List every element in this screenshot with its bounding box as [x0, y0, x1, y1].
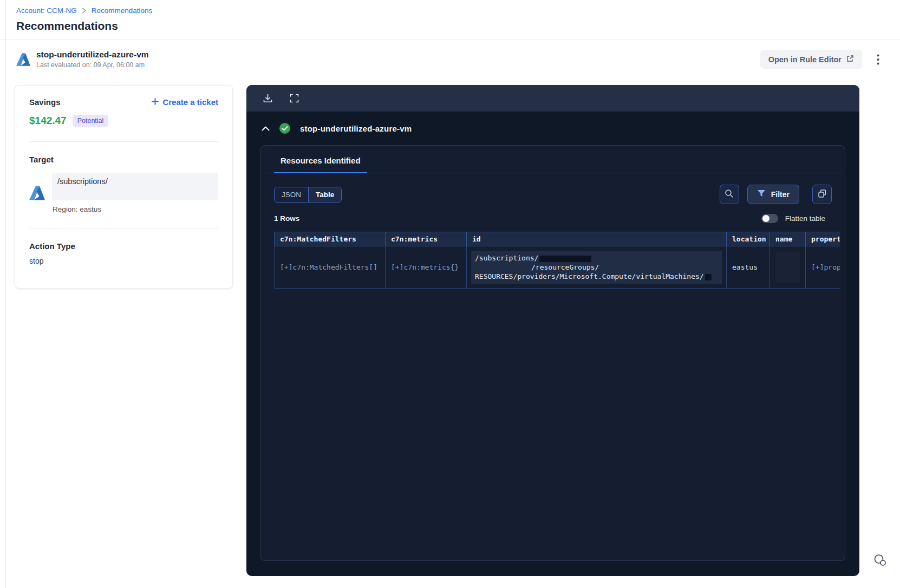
fullscreen-icon[interactable]	[289, 93, 299, 103]
success-check-icon	[279, 122, 291, 134]
open-in-rule-editor-button[interactable]: Open in Rule Editor	[760, 50, 862, 69]
resources-table: c7n:MatchedFilters c7n:metrics id locati…	[274, 232, 840, 289]
resources-table-viewport: c7n:MatchedFilters c7n:metrics id locati…	[274, 232, 840, 289]
chevron-up-icon[interactable]	[262, 126, 270, 131]
resources-identified-card: Resources Identified JSON Table	[260, 145, 845, 561]
target-path: /subscriptions/	[52, 173, 218, 200]
savings-label: Savings	[29, 97, 61, 107]
rule-header: stop-underutilized-azure-vm Last evaluat…	[0, 40, 900, 77]
azure-icon	[16, 53, 30, 66]
column-header-matched-filters[interactable]: c7n:MatchedFilters	[275, 232, 386, 246]
view-mode-segmented-control: JSON Table	[274, 187, 342, 202]
app-edge-divider	[5, 0, 6, 588]
chevron-right-icon	[82, 8, 87, 14]
column-header-id[interactable]: id	[467, 232, 727, 246]
action-type-value: stop	[29, 257, 218, 265]
rule-last-evaluated: Last evaluated on: 09 Apr, 06:00 am	[36, 61, 149, 69]
viewer-toolbar	[246, 85, 859, 112]
savings-amount: $142.47	[29, 115, 67, 127]
breadcrumb-current-link[interactable]: Recommendations	[92, 6, 153, 15]
viewer-title-row: stop-underutilized-azure-vm	[246, 112, 859, 145]
support-chat-icon[interactable]	[873, 553, 887, 570]
column-header-metrics[interactable]: c7n:metrics	[386, 232, 467, 246]
cell-properties[interactable]: [+]properties{}	[806, 246, 840, 289]
flatten-table-label: Flatten table	[785, 214, 825, 223]
main-content: Savings Create a ticket $142.47 Potentia…	[0, 77, 900, 576]
filter-label: Filter	[771, 190, 790, 199]
breadcrumb: Account: CCM-NG Recommendations	[16, 6, 885, 15]
viewer-rule-name: stop-underutilized-azure-vm	[300, 124, 412, 133]
more-options-kebab-icon[interactable]	[872, 53, 884, 67]
table-meta-row: 1 Rows Flatten table	[261, 204, 845, 227]
view-mode-json[interactable]: JSON	[275, 187, 309, 202]
cell-matched-filters[interactable]: [+]c7n:MatchedFilters[]	[275, 246, 386, 289]
rule-actions: Open in Rule Editor	[760, 50, 884, 69]
breadcrumb-account-link[interactable]: Account: CCM-NG	[16, 6, 77, 15]
rule-name: stop-underutilized-azure-vm	[36, 50, 149, 60]
column-header-name[interactable]: name	[770, 232, 806, 246]
filter-funnel-icon	[757, 190, 766, 199]
table-row: [+]c7n:MatchedFilters[] [+]c7n:metrics{}…	[275, 246, 840, 289]
create-ticket-label: Create a ticket	[162, 97, 218, 107]
copy-icon	[818, 189, 827, 200]
divider	[29, 141, 218, 142]
cell-location[interactable]: eastus	[727, 246, 770, 289]
azure-icon	[29, 186, 45, 200]
action-type-label: Action Type	[29, 241, 218, 251]
download-icon[interactable]	[263, 93, 273, 103]
tab-row: Resources Identified	[261, 146, 845, 173]
table-header-row: c7n:MatchedFilters c7n:metrics id locati…	[275, 232, 840, 246]
target-label: Target	[29, 155, 218, 164]
rule-identity: stop-underutilized-azure-vm Last evaluat…	[16, 50, 149, 69]
id-value: /subscriptions/ /resourceGroups/ RESOURC…	[471, 251, 722, 284]
resources-viewer-panel: stop-underutilized-azure-vm Resources Id…	[246, 85, 859, 576]
tab-resources-identified[interactable]: Resources Identified	[274, 156, 367, 173]
potential-badge: Potential	[73, 115, 109, 127]
rows-count: 1 Rows	[274, 214, 299, 223]
cell-metrics[interactable]: [+]c7n:metrics{}	[386, 246, 467, 289]
view-mode-table[interactable]: Table	[309, 187, 341, 202]
column-header-properties[interactable]: properties	[806, 232, 840, 246]
target-row: /subscriptions/ Region: eastus	[29, 173, 218, 213]
redacted-name	[775, 252, 800, 283]
external-link-icon	[846, 55, 854, 64]
create-ticket-link[interactable]: Create a ticket	[152, 97, 218, 107]
controls-row: JSON Table Filter	[261, 173, 845, 204]
redacted-subscription-id	[539, 256, 591, 262]
page-title: Recommendations	[16, 19, 885, 40]
cell-id[interactable]: /subscriptions/ /resourceGroups/ RESOURC…	[467, 246, 727, 289]
cell-name[interactable]	[770, 246, 806, 289]
savings-card: Savings Create a ticket $142.47 Potentia…	[15, 85, 233, 289]
search-icon	[725, 189, 734, 200]
flatten-table-toggle[interactable]	[761, 214, 778, 223]
filter-button[interactable]: Filter	[747, 185, 799, 204]
redacted-vm-name	[705, 274, 712, 280]
target-region: Region: eastus	[52, 205, 218, 213]
open-in-rule-editor-label: Open in Rule Editor	[768, 55, 842, 64]
page-header: Account: CCM-NG Recommendations Recommen…	[0, 0, 900, 40]
toggle-knob	[762, 215, 769, 222]
copy-button[interactable]	[812, 185, 832, 204]
search-button[interactable]	[720, 185, 739, 204]
plus-icon	[152, 97, 159, 107]
divider	[29, 228, 218, 228]
column-header-location[interactable]: location	[727, 232, 770, 246]
